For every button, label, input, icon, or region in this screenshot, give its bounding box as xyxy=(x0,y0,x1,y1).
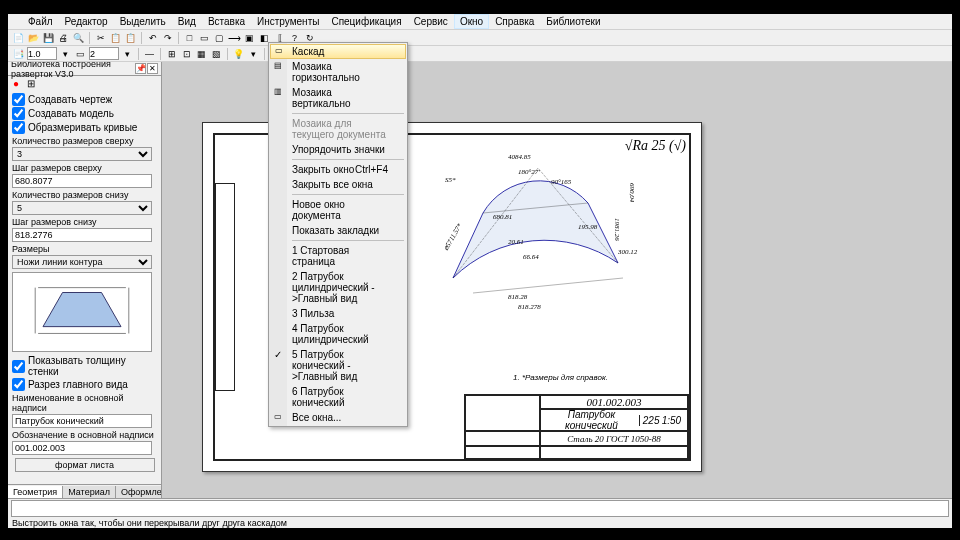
t1-icon[interactable]: ⊞ xyxy=(165,47,178,60)
menu-file[interactable]: Файл xyxy=(22,14,59,29)
inp-name[interactable] xyxy=(12,414,152,428)
menu-service[interactable]: Сервис xyxy=(408,14,454,29)
drawing-flat-pattern: S5* 4084.85 180°27' 90°165 680.81 20.61 … xyxy=(423,148,643,328)
mi-close-all[interactable]: Закрыть все окна xyxy=(270,177,406,192)
red-dot-icon[interactable]: ● xyxy=(10,77,22,89)
mi-cascade[interactable]: ▭Каскад xyxy=(270,44,406,59)
check-icon: ✓ xyxy=(274,349,282,360)
mi-close[interactable]: Закрыть окноCtrl+F4 xyxy=(270,162,406,177)
tb-a[interactable]: □ xyxy=(183,31,196,44)
mi-win2[interactable]: 2 Патрубок цилиндрический ->Главный вид xyxy=(270,269,406,306)
tb-d[interactable]: ⟶ xyxy=(228,31,241,44)
redo-icon[interactable]: ↷ xyxy=(161,31,174,44)
tab-design[interactable]: Оформление xyxy=(116,486,162,498)
menu-tools[interactable]: Инструменты xyxy=(251,14,325,29)
paste-icon[interactable]: 📋 xyxy=(124,31,137,44)
sel-sizes[interactable]: Ножи линии контура xyxy=(12,255,152,269)
mi-win6[interactable]: 6 Патрубок конический xyxy=(270,384,406,410)
save-icon[interactable]: 💾 xyxy=(42,31,55,44)
menu-window[interactable]: Окно xyxy=(454,14,489,29)
pin-icon[interactable]: 📌 xyxy=(135,63,146,74)
grid-icon[interactable]: ⊞ xyxy=(25,77,37,89)
preview-icon[interactable]: 🔍 xyxy=(72,31,85,44)
note-text: 1. *Размеры для справок. xyxy=(513,373,608,382)
btn-format[interactable]: формат листа xyxy=(15,458,155,472)
menu-help[interactable]: Справка xyxy=(489,14,540,29)
undo-icon[interactable]: ↶ xyxy=(146,31,159,44)
lbl-count-bot: Количество размеров снизу xyxy=(12,190,157,200)
mi-tile-cur: Мозаика для текущего документа xyxy=(270,116,406,142)
mi-win3[interactable]: 3 Пильза xyxy=(270,306,406,321)
mi-tile-h[interactable]: ▤Мозаика горизонтально xyxy=(270,59,406,85)
mi-win1[interactable]: 1 Стартовая страница xyxy=(270,243,406,269)
tb-c[interactable]: ▢ xyxy=(213,31,226,44)
open-icon[interactable]: 📂 xyxy=(27,31,40,44)
bulb-icon[interactable]: 💡 xyxy=(232,47,245,60)
cascade-icon: ▭ xyxy=(273,46,285,58)
t2-icon[interactable]: ⊡ xyxy=(180,47,193,60)
cut-icon[interactable]: ✂ xyxy=(94,31,107,44)
scale-input[interactable] xyxy=(27,47,57,60)
status-text: Выстроить окна так, чтобы они перекрывал… xyxy=(8,518,952,528)
title-block: 001.002.003 Патрубок конический 225 1:50… xyxy=(464,394,689,459)
svg-marker-0 xyxy=(43,293,121,327)
windows-icon: ▭ xyxy=(272,412,284,424)
inp-code[interactable] xyxy=(12,441,152,455)
menu-libraries[interactable]: Библиотеки xyxy=(540,14,606,29)
layer-input[interactable] xyxy=(89,47,119,60)
menu-spec[interactable]: Спецификация xyxy=(325,14,407,29)
tile-v-icon: ▥ xyxy=(272,87,284,99)
menubar: Файл Редактор Выделить Вид Вставка Инстр… xyxy=(8,14,952,30)
mi-tabs[interactable]: Показать закладки xyxy=(270,223,406,238)
lbl-code: Обозначение в основной надписи xyxy=(12,430,157,440)
menu-view[interactable]: Вид xyxy=(172,14,202,29)
svg-line-14 xyxy=(473,278,623,293)
tb-b[interactable]: ▭ xyxy=(198,31,211,44)
menu-editor[interactable]: Редактор xyxy=(59,14,114,29)
preview-area xyxy=(12,272,152,352)
status-bar: Выстроить окна так, чтобы они перекрывал… xyxy=(8,498,952,528)
dd2-icon[interactable]: ▾ xyxy=(121,47,134,60)
toolbar-format: 📑 ▾ ▭ ▾ — ⊞ ⊡ ▦ ▧ 💡 ▾ ⬇ ▭ xyxy=(8,46,952,62)
toolbar-main: 📄 📂 💾 🖨 🔍 ✂ 📋 📋 ↶ ↷ □ ▭ ▢ ⟶ ▣ ◧ ⟦ ? ↻ xyxy=(8,30,952,46)
lbl-sizes: Размеры xyxy=(12,244,157,254)
cb-drawing[interactable]: Создавать чертеж xyxy=(12,93,157,106)
tb-e[interactable]: ▣ xyxy=(243,31,256,44)
t3-icon[interactable]: ▦ xyxy=(195,47,208,60)
lbl-count-top: Количество размеров сверху xyxy=(12,136,157,146)
sel-count-top[interactable]: 3 xyxy=(12,147,152,161)
mi-win5[interactable]: ✓5 Патрубок конический ->Главный вид xyxy=(270,347,406,384)
close-icon[interactable]: ✕ xyxy=(147,63,158,74)
sel-count-bot[interactable]: 5 xyxy=(12,201,152,215)
copy-icon[interactable]: 📋 xyxy=(109,31,122,44)
cb-model[interactable]: Создавать модель xyxy=(12,107,157,120)
inp-step-top[interactable] xyxy=(12,174,152,188)
lbl-step-top: Шаг размеров сверху xyxy=(12,163,157,173)
line-icon[interactable]: — xyxy=(143,47,156,60)
t4-icon[interactable]: ▧ xyxy=(210,47,223,60)
menu-select[interactable]: Выделить xyxy=(114,14,172,29)
command-strip[interactable] xyxy=(11,500,949,517)
tile-h-icon: ▤ xyxy=(272,61,284,73)
lbl-step-bot: Шаг размеров снизу xyxy=(12,217,157,227)
dd3-icon[interactable]: ▾ xyxy=(247,47,260,60)
tab-material[interactable]: Материал xyxy=(63,486,116,498)
mi-tile-v[interactable]: ▥Мозаика вертикально xyxy=(270,85,406,111)
sidebar-header: Библиотека построения разверток V3.0 📌 ✕ xyxy=(8,62,161,76)
mi-new-win[interactable]: Новое окно документа xyxy=(270,197,406,223)
dd-icon[interactable]: ▾ xyxy=(59,47,72,60)
cb-section[interactable]: Разрез главного вида xyxy=(12,378,157,391)
mi-arrange[interactable]: Упорядочить значки xyxy=(270,142,406,157)
tab-geometry[interactable]: Геометрия xyxy=(8,486,63,498)
menu-insert[interactable]: Вставка xyxy=(202,14,251,29)
cb-wall[interactable]: Показывать толщину стенки xyxy=(12,355,157,377)
new-icon[interactable]: 📄 xyxy=(12,31,25,44)
cb-dims[interactable]: Образмеривать кривые xyxy=(12,121,157,134)
layer-icon[interactable]: 📑 xyxy=(12,47,25,60)
mi-win4[interactable]: 4 Патрубок цилиндрический xyxy=(270,321,406,347)
mi-all-win[interactable]: ▭Все окна... xyxy=(270,410,406,425)
print-icon[interactable]: 🖨 xyxy=(57,31,70,44)
window-menu-dropdown: ▭Каскад ▤Мозаика горизонтально ▥Мозаика … xyxy=(268,42,408,427)
inp-step-bot[interactable] xyxy=(12,228,152,242)
layer2-icon[interactable]: ▭ xyxy=(74,47,87,60)
